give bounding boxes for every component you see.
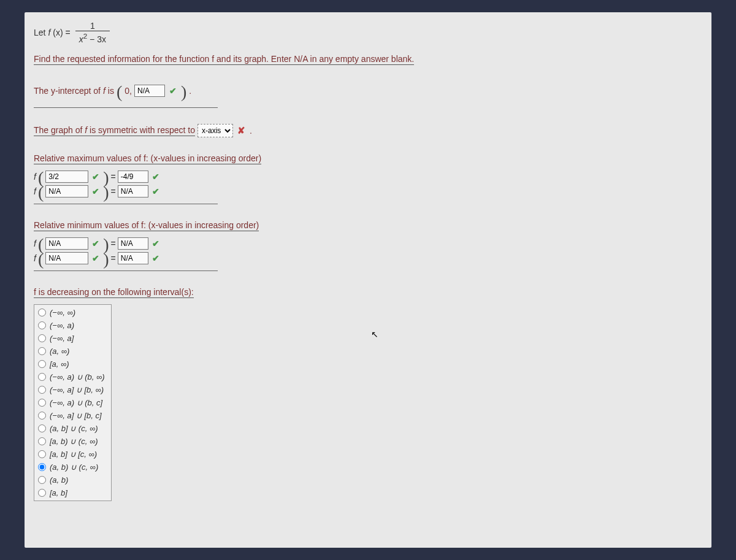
lparen-icon: ( bbox=[117, 86, 122, 98]
symmetry-select[interactable]: x-axis bbox=[197, 124, 233, 137]
interval-option[interactable]: (−∞, a) bbox=[34, 319, 111, 332]
interval-label: [a, b] ∪ [c, ∞) bbox=[50, 450, 97, 459]
interval-option[interactable]: (−∞, a) ∪ (b, ∞) bbox=[34, 370, 111, 383]
interval-label: (a, b] ∪ (c, ∞) bbox=[50, 424, 98, 433]
relmax-heading: Relative maximum values of f: (x-values … bbox=[34, 153, 261, 164]
cross-icon: ✘ bbox=[237, 125, 245, 136]
relmin-row-2: f ( ✔ ) = ✔ bbox=[34, 252, 702, 264]
check-icon: ✔ bbox=[169, 86, 177, 96]
interval-option[interactable]: (−∞, a] bbox=[34, 332, 111, 345]
numerator: 1 bbox=[86, 21, 99, 31]
check-icon: ✔ bbox=[152, 239, 159, 248]
fname: f bbox=[48, 28, 50, 37]
interval-radio[interactable] bbox=[38, 386, 46, 394]
check-icon: ✔ bbox=[92, 239, 99, 248]
f-label: f bbox=[34, 239, 36, 248]
interval-option[interactable]: (a, ∞) bbox=[34, 345, 111, 358]
interval-option[interactable]: [a, ∞) bbox=[34, 358, 111, 370]
interval-label: (−∞, a) bbox=[50, 321, 74, 330]
interval-option[interactable]: [a, b] bbox=[34, 486, 111, 499]
lparen-icon: ( bbox=[38, 253, 44, 266]
interval-option[interactable]: (−∞, a] ∪ [b, c] bbox=[34, 409, 111, 422]
interval-option[interactable]: (a, b] ∪ (c, ∞) bbox=[34, 422, 111, 435]
interval-radio[interactable] bbox=[38, 424, 46, 432]
decreasing-options: (−∞, ∞)(−∞, a)(−∞, a](a, ∞)[a, ∞)(−∞, a)… bbox=[34, 304, 112, 501]
interval-label: (−∞, a] bbox=[50, 334, 74, 343]
yint-period: . bbox=[189, 86, 191, 96]
interval-radio[interactable] bbox=[38, 360, 46, 368]
rparen-icon: ) bbox=[103, 186, 109, 199]
interval-radio[interactable] bbox=[38, 437, 46, 445]
divider bbox=[34, 270, 218, 271]
interval-radio[interactable] bbox=[38, 321, 46, 329]
interval-option[interactable]: (a, b) bbox=[34, 474, 111, 486]
interval-radio[interactable] bbox=[38, 412, 46, 420]
interval-radio[interactable] bbox=[38, 489, 46, 497]
arg-text: (x) = bbox=[53, 28, 70, 37]
f-label: f bbox=[34, 253, 36, 263]
interval-label: (−∞, ∞) bbox=[50, 308, 75, 317]
relmin-x1-input[interactable] bbox=[45, 237, 88, 250]
let-text: Let bbox=[34, 28, 45, 37]
interval-label: (a, ∞) bbox=[50, 347, 69, 356]
interval-label: (a, b) bbox=[50, 475, 68, 485]
y-intercept-input[interactable] bbox=[134, 85, 165, 97]
interval-label: (−∞, a] ∪ [b, c] bbox=[50, 411, 102, 420]
y-intercept-section: The y-intercept of f is ( 0, ✔ ) . bbox=[34, 85, 191, 98]
relmax-x1-input[interactable] bbox=[45, 171, 88, 183]
instruction-text: Find the requested information for the f… bbox=[34, 54, 414, 65]
interval-radio[interactable] bbox=[38, 399, 46, 407]
relmax-row-1: f ( ✔ ) = ✔ bbox=[34, 171, 702, 183]
interval-radio[interactable] bbox=[38, 450, 46, 458]
question-sheet: Let f (x) = 1 x2 − 3x Find the requested… bbox=[25, 12, 711, 548]
interval-radio[interactable] bbox=[38, 309, 46, 316]
interval-radio[interactable] bbox=[38, 463, 46, 471]
rparen-icon: ) bbox=[103, 253, 109, 266]
relmax-y2-input[interactable] bbox=[118, 185, 148, 198]
interval-radio[interactable] bbox=[38, 334, 46, 342]
check-icon: ✔ bbox=[152, 253, 159, 263]
sym-dot: . bbox=[250, 126, 252, 136]
relmax-row-2: f ( ✔ ) = ✔ bbox=[34, 185, 702, 198]
sym-mid: is symmetric with respect to bbox=[90, 125, 195, 135]
relmax-x2-input[interactable] bbox=[45, 185, 88, 198]
interval-label: [a, ∞) bbox=[50, 359, 69, 369]
rparen-icon: ) bbox=[103, 239, 109, 251]
yint-f: f bbox=[103, 86, 105, 96]
interval-option[interactable]: (−∞, a] ∪ [b, ∞) bbox=[34, 383, 111, 396]
lparen-icon: ( bbox=[38, 239, 44, 251]
fraction: 1 x2 − 3x bbox=[75, 21, 110, 44]
check-icon: ✔ bbox=[92, 186, 99, 196]
decreasing-heading: f is decreasing on the following interva… bbox=[34, 287, 194, 298]
yint-zero: 0, bbox=[125, 86, 132, 96]
interval-label: [a, b] bbox=[50, 488, 67, 497]
eq-label: = bbox=[111, 253, 116, 263]
interval-radio[interactable] bbox=[38, 347, 46, 355]
eq-label: = bbox=[111, 172, 116, 182]
divider bbox=[34, 204, 218, 204]
eq-label: = bbox=[111, 186, 116, 196]
interval-label: (−∞, a) ∪ (b, ∞) bbox=[50, 372, 105, 382]
sym-pre: The graph of bbox=[34, 125, 85, 135]
relmax-y1-input[interactable] bbox=[118, 171, 148, 183]
den-rest: − 3x bbox=[87, 34, 106, 44]
relmin-y2-input[interactable] bbox=[118, 252, 148, 264]
f-label: f bbox=[34, 186, 36, 196]
interval-option[interactable]: [a, b] ∪ [c, ∞) bbox=[34, 448, 111, 461]
interval-radio[interactable] bbox=[38, 476, 46, 484]
yint-mid: is bbox=[108, 86, 114, 96]
lparen-icon: ( bbox=[38, 172, 44, 184]
interval-option[interactable]: (−∞, a) ∪ (b, c] bbox=[34, 396, 111, 409]
rparen-icon: ) bbox=[103, 172, 109, 184]
eq-label: = bbox=[111, 239, 116, 248]
interval-radio[interactable] bbox=[38, 373, 46, 381]
interval-option[interactable]: (−∞, ∞) bbox=[34, 306, 111, 319]
interval-option[interactable]: (a, b) ∪ (c, ∞) bbox=[34, 461, 111, 474]
interval-label: [a, b) ∪ (c, ∞) bbox=[50, 437, 98, 446]
interval-option[interactable]: [a, b) ∪ (c, ∞) bbox=[34, 435, 111, 448]
function-definition: Let f (x) = 1 x2 − 3x bbox=[34, 18, 702, 50]
relmin-x2-input[interactable] bbox=[45, 252, 88, 264]
denominator: x2 − 3x bbox=[75, 31, 110, 44]
symmetry-section: The graph of f is symmetric with respect… bbox=[34, 124, 702, 137]
relmin-y1-input[interactable] bbox=[118, 237, 148, 250]
